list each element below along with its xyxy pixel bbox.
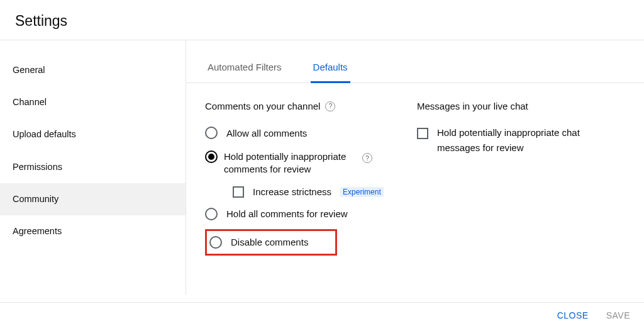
chat-section: Messages in your live chat Hold potentia… (417, 101, 625, 256)
help-icon[interactable]: ? (362, 153, 372, 163)
dialog-footer: CLOSE SAVE (0, 302, 644, 328)
sidebar-item-channel[interactable]: Channel (0, 86, 186, 118)
radio-icon (205, 150, 218, 163)
settings-content: Automated Filters Defaults Comments on y… (186, 40, 644, 295)
close-button[interactable]: CLOSE (557, 310, 589, 320)
save-button[interactable]: SAVE (606, 310, 630, 320)
experiment-badge: Experiment (340, 187, 384, 197)
checkbox-icon (233, 186, 244, 198)
checkbox-increase-strictness[interactable]: Increase strictness Experiment (233, 186, 413, 198)
radio-allow-all[interactable]: Allow all comments (205, 125, 413, 140)
tab-automated-filters[interactable]: Automated Filters (205, 57, 284, 82)
radio-hold-inappropriate[interactable]: Hold potentially inappropriate comments … (205, 149, 413, 178)
comments-section: Comments on your channel ? Allow all com… (205, 101, 413, 256)
sidebar-item-upload-defaults[interactable]: Upload defaults (0, 118, 186, 150)
radio-hold-all[interactable]: Hold all comments for review (205, 206, 413, 222)
tab-defaults[interactable]: Defaults (311, 57, 350, 82)
chat-heading: Messages in your live chat (417, 101, 528, 111)
sidebar-item-agreements[interactable]: Agreements (0, 215, 186, 247)
sidebar-item-community[interactable]: Community (0, 183, 186, 215)
sidebar-item-general[interactable]: General (0, 54, 186, 86)
radio-disable-comments[interactable]: Disable comments (209, 235, 333, 250)
comments-heading: Comments on your channel (205, 101, 320, 111)
sidebar-item-permissions[interactable]: Permissions (0, 151, 186, 183)
settings-sidebar: General Channel Upload defaults Permissi… (0, 40, 186, 295)
tabs: Automated Filters Defaults (186, 40, 644, 83)
settings-header: Settings (0, 0, 644, 40)
page-title: Settings (15, 13, 629, 30)
checkbox-icon (417, 128, 428, 139)
radio-icon (209, 236, 222, 249)
radio-icon (205, 208, 218, 220)
help-icon[interactable]: ? (325, 101, 335, 111)
highlight-disable-comments: Disable comments (205, 229, 337, 256)
radio-icon (205, 127, 218, 139)
checkbox-hold-chat[interactable]: Hold potentially inappropriate chat mess… (417, 125, 625, 156)
